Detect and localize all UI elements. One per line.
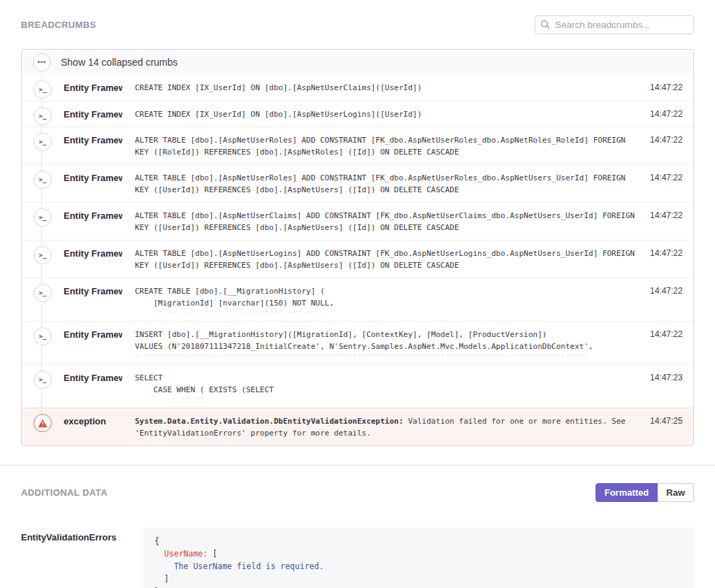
breadcrumb-icon-column: >_	[22, 278, 52, 321]
format-toggle: Formatted Raw	[595, 483, 694, 502]
page: BREADCRUMBS ••• Show 14 collapsed crumbs…	[0, 0, 715, 446]
breadcrumb-category: Entity Framew…	[52, 101, 122, 120]
terminal-icon: >_	[34, 107, 52, 125]
breadcrumbs-panel: ••• Show 14 collapsed crumbs >_ Entity F…	[21, 49, 694, 446]
breadcrumb-category: Entity Framew…	[52, 75, 122, 93]
show-collapsed-crumbs-button[interactable]: ••• Show 14 collapsed crumbs	[22, 50, 693, 75]
breadcrumbs-title: BREADCRUMBS	[21, 20, 96, 30]
search-input[interactable]	[535, 15, 694, 34]
breadcrumb-row: >_ Entity Framew… ALTER TABLE [dbo].[Asp…	[22, 240, 693, 278]
breadcrumb-row: >_ Entity Framew… CREATE INDEX [IX_UserI…	[22, 75, 693, 101]
breadcrumb-row: >_ Entity Framew… ALTER TABLE [dbo].[Asp…	[22, 127, 693, 164]
breadcrumb-list: >_ Entity Framew… CREATE INDEX [IX_UserI…	[22, 75, 693, 445]
breadcrumb-icon-column: >_	[22, 322, 52, 364]
breadcrumb-message: System.Data.Entity.Validation.DbEntityVa…	[122, 408, 650, 445]
breadcrumb-icon-column: >_	[22, 203, 52, 240]
breadcrumb-category: Entity Framew…	[52, 203, 122, 221]
breadcrumb-timestamp: 14:47:22	[650, 241, 693, 258]
terminal-icon: >_	[34, 371, 52, 389]
breadcrumbs-header: BREADCRUMBS	[21, 0, 694, 34]
breadcrumb-row: >_ Entity Framew… CREATE TABLE [dbo].[__…	[22, 278, 693, 321]
additional-data-title: ADDITIONAL DATA	[21, 487, 108, 498]
terminal-icon: >_	[34, 133, 52, 151]
entity-validation-errors-row: EntityValidationErrors { UserName: [ The…	[21, 527, 694, 588]
breadcrumb-row: exception System.Data.Entity.Validation.…	[22, 408, 693, 445]
breadcrumb-message: ALTER TABLE [dbo].[AspNetUserRoles] ADD …	[122, 127, 650, 164]
terminal-icon: >_	[34, 284, 52, 302]
breadcrumb-category: Entity Framew…	[52, 278, 122, 296]
breadcrumb-message: ALTER TABLE [dbo].[AspNetUserLogins] ADD…	[122, 241, 650, 278]
breadcrumb-category: exception	[52, 408, 122, 426]
breadcrumb-category: Entity Framew…	[52, 365, 122, 383]
terminal-icon: >_	[34, 327, 52, 345]
breadcrumb-icon-column: >_	[22, 127, 52, 164]
ellipsis-icon: •••	[33, 53, 51, 71]
warning-icon	[34, 414, 52, 432]
breadcrumbs-search	[535, 15, 694, 34]
terminal-icon: >_	[34, 80, 52, 99]
breadcrumb-timestamp: 14:47:22	[650, 165, 693, 182]
entity-validation-errors-key: EntityValidationErrors	[21, 527, 143, 543]
breadcrumb-row: >_ Entity Framew… CREATE INDEX [IX_UserI…	[22, 101, 693, 127]
breadcrumb-row: >_ Entity Framew… ALTER TABLE [dbo].[Asp…	[22, 164, 693, 202]
breadcrumb-icon-column	[22, 408, 52, 445]
search-icon	[540, 20, 550, 32]
breadcrumb-category: Entity Framew…	[52, 322, 122, 340]
breadcrumb-timestamp: 14:47:22	[650, 75, 693, 92]
breadcrumb-timestamp: 14:47:23	[650, 365, 693, 382]
breadcrumb-category: Entity Framew…	[52, 127, 122, 145]
entity-validation-errors-value: { UserName: [ The UserName field is requ…	[143, 527, 694, 588]
breadcrumb-row: >_ Entity Framew… SELECT CASE WHEN ( EXI…	[22, 364, 693, 408]
breadcrumb-icon-column: >_	[22, 75, 52, 101]
collapsed-crumbs-label: Show 14 collapsed crumbs	[51, 57, 178, 68]
breadcrumb-message: CREATE INDEX [IX_UserId] ON [dbo].[AspNe…	[122, 75, 650, 101]
breadcrumb-timestamp: 14:47:25	[650, 408, 693, 426]
breadcrumb-timestamp: 14:47:22	[650, 127, 693, 145]
formatted-button[interactable]: Formatted	[595, 483, 658, 502]
breadcrumb-timestamp: 14:47:22	[650, 278, 693, 296]
breadcrumb-icon-column: >_	[22, 165, 52, 202]
breadcrumb-message: CREATE TABLE [dbo].[__MigrationHistory] …	[122, 278, 650, 321]
breadcrumb-message: CREATE INDEX [IX_UserId] ON [dbo].[AspNe…	[122, 101, 650, 127]
breadcrumb-timestamp: 14:47:22	[650, 322, 693, 339]
breadcrumb-category: Entity Framew…	[52, 241, 122, 259]
breadcrumb-message: ALTER TABLE [dbo].[AspNetUserRoles] ADD …	[122, 165, 650, 202]
breadcrumb-timestamp: 14:47:22	[650, 101, 693, 119]
raw-button[interactable]: Raw	[658, 483, 694, 502]
breadcrumb-row: >_ Entity Framew… ALTER TABLE [dbo].[Asp…	[22, 202, 693, 240]
breadcrumb-message: INSERT [dbo].[__MigrationHistory]([Migra…	[122, 322, 650, 364]
breadcrumb-icon-column: >_	[22, 365, 52, 408]
terminal-icon: >_	[34, 208, 52, 227]
breadcrumb-icon-column: >_	[22, 101, 52, 127]
breadcrumb-category: Entity Framew…	[52, 165, 122, 183]
breadcrumb-icon-column: >_	[22, 241, 52, 278]
breadcrumb-message: SELECT CASE WHEN ( EXISTS (SELECT 1 AS C…	[122, 365, 650, 408]
breadcrumb-timestamp: 14:47:22	[650, 203, 693, 220]
terminal-icon: >_	[34, 246, 52, 264]
breadcrumb-message: ALTER TABLE [dbo].[AspNetUserClaims] ADD…	[122, 203, 650, 240]
terminal-icon: >_	[34, 171, 52, 189]
additional-data-header: ADDITIONAL DATA Formatted Raw	[21, 466, 694, 502]
breadcrumb-row: >_ Entity Framew… INSERT [dbo].[__Migrat…	[22, 321, 693, 364]
